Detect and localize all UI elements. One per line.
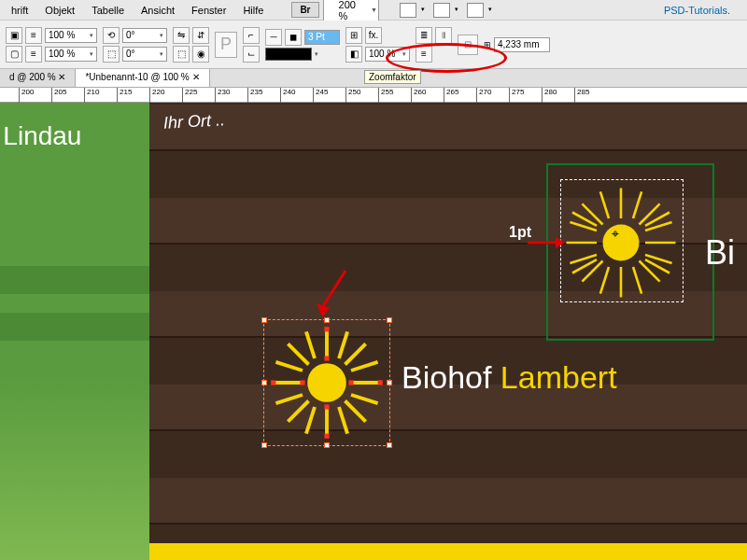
cap-icon[interactable]: ◼	[285, 29, 302, 46]
wrap-icon[interactable]: ≡	[25, 27, 42, 44]
svg-line-29	[582, 203, 602, 224]
stroke-weight-input[interactable]: 3 Pt	[304, 30, 340, 45]
menu-schrift[interactable]: hrift	[4, 3, 35, 18]
bridge-button[interactable]: Br	[291, 2, 318, 18]
svg-line-33	[600, 191, 609, 218]
stroke-w-icon[interactable]: ─	[265, 29, 282, 46]
green-stripe-1	[0, 266, 149, 294]
wrap2-icon[interactable]: ≡	[25, 46, 42, 63]
workspace-icon[interactable]	[467, 3, 484, 18]
tab-2[interactable]: *Unbenannt-10 @ 100 % ✕	[76, 69, 209, 87]
menu-objekt[interactable]: Objekt	[37, 3, 82, 18]
svg-line-34	[633, 191, 641, 218]
opacity-1[interactable]: 100 %▾	[45, 28, 97, 43]
menu-hilfe[interactable]: Hilfe	[235, 3, 271, 18]
menu-bar: hrift Objekt Tabelle Ansicht Fenster Hil…	[0, 0, 747, 21]
zoom-tooltip: Zoomfaktor	[364, 70, 421, 84]
blend-opacity[interactable]: 100 %▾	[365, 47, 410, 62]
green-stripe-2	[0, 313, 149, 341]
width-input[interactable]	[494, 37, 550, 52]
corner-icon[interactable]: ⌐	[243, 27, 260, 44]
horizontal-ruler: 2002052102152202252302352402452502552602…	[0, 88, 747, 103]
shear-icon[interactable]: ⬚	[103, 46, 120, 63]
flip-v-icon[interactable]: ⇵	[192, 27, 209, 44]
arrow-right-icon	[528, 233, 565, 252]
stroke-sw-icon[interactable]: ▢	[6, 46, 22, 63]
arrange-icon[interactable]	[433, 3, 450, 18]
brand-text-main: Biohof Lambert	[402, 359, 617, 396]
yellow-footer-bar	[149, 543, 747, 560]
svg-line-36	[633, 267, 641, 294]
fx-icon[interactable]: fx.	[365, 27, 382, 44]
rotate-icon[interactable]: ⟲	[103, 27, 120, 44]
view-mode-icons	[400, 3, 484, 18]
flip-h-icon[interactable]: ⇋	[173, 27, 190, 44]
cursor-icon: ⌖	[612, 226, 619, 242]
sel-container-icon[interactable]: ⬚	[173, 46, 190, 63]
fill-swatch[interactable]	[265, 48, 312, 61]
canvas[interactable]: 2 Lindau Ihr Ort .. Biohof Lambert Bi 1p…	[0, 103, 747, 560]
brand-text-inset: Bi	[705, 233, 735, 273]
svg-line-48	[322, 271, 345, 308]
svg-line-32	[582, 261, 602, 282]
screen-mode-icon[interactable]	[400, 3, 416, 18]
svg-line-30	[640, 261, 660, 282]
paragraph-icon[interactable]: P	[215, 32, 237, 58]
fill-icon[interactable]: ▣	[6, 27, 22, 44]
corner2-icon[interactable]: ⌙	[243, 46, 260, 63]
subtitle-text: Ihr Ort ..	[162, 110, 225, 133]
angle-1[interactable]: 0°▾	[122, 28, 167, 43]
control-toolbar: ▣≡100 %▾ ▢≡100 %▾ ⟲0°▾ ⬚0°▾ ⇋⇵ ⬚◉ P ⌐ ⌙ …	[0, 21, 747, 69]
menu-fenster[interactable]: Fenster	[184, 3, 233, 18]
svg-point-45	[603, 225, 640, 261]
sun-logo-inset	[560, 182, 682, 303]
blend-icon[interactable]: ◧	[345, 46, 362, 63]
menu-ansicht[interactable]: Ansicht	[134, 3, 182, 18]
angle-2[interactable]: 0°▾	[122, 47, 167, 62]
svg-line-31	[640, 203, 660, 224]
align-icon[interactable]: ≣	[416, 27, 432, 44]
crop-icon[interactable]: ⊡	[458, 35, 478, 55]
psd-tutorials-link[interactable]: PSD-Tutorials.	[656, 3, 738, 18]
selection-bounds[interactable]	[263, 319, 390, 446]
opacity-2[interactable]: 100 %▾	[45, 47, 97, 62]
left-headline: 2 Lindau	[0, 121, 81, 151]
distribute-icon[interactable]: ⫴	[435, 27, 452, 44]
menu-tabelle[interactable]: Tabelle	[84, 3, 132, 18]
svg-line-35	[600, 267, 609, 294]
arrow-diag-icon	[313, 266, 350, 322]
sel-content-icon[interactable]: ◉	[192, 46, 209, 63]
gap-icon[interactable]: ⊞	[345, 27, 362, 44]
align2-icon[interactable]: ≡	[416, 46, 432, 63]
tab-1[interactable]: d @ 200 % ✕	[0, 69, 76, 87]
svg-marker-47	[556, 237, 565, 248]
